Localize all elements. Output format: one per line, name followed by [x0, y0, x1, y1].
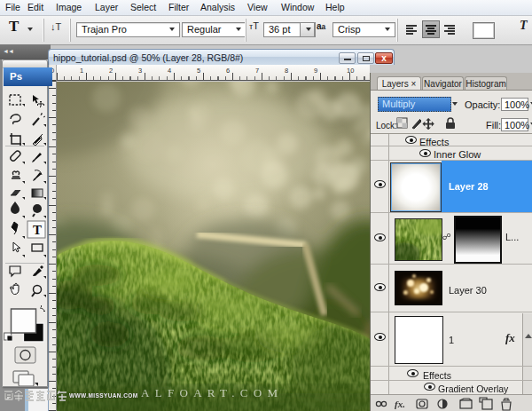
svg-text:ALFOART.COM: ALFOART.COM [141, 386, 283, 399]
svg-text:fx.: fx. [395, 399, 405, 409]
svg-text:T: T [33, 223, 42, 237]
